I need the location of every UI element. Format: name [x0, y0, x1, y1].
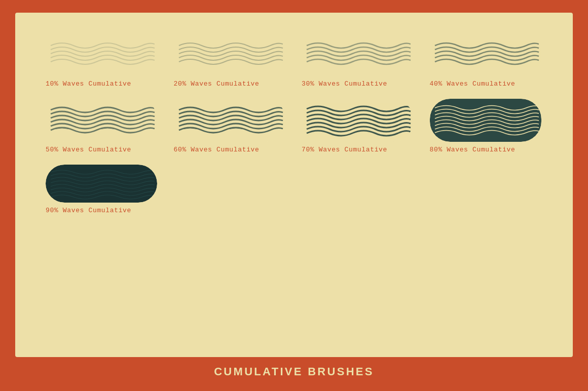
brush-preview-20	[174, 33, 285, 76]
svg-rect-6	[302, 99, 413, 142]
brush-preview-40	[430, 33, 541, 76]
brush-item-30: 30% Waves Cumulative	[302, 33, 415, 88]
brush-item-90: 90% Waves Cumulative	[46, 165, 157, 214]
brush-label-40: 40% Waves Cumulative	[430, 80, 516, 88]
footer-title: CUMULATIVE BRUSHES	[214, 365, 374, 378]
brush-grid-row2: 50% Waves Cumulative 60% Waves Cumul	[46, 99, 542, 153]
brush-preview-70	[302, 99, 413, 142]
brush-preview-30	[302, 33, 413, 76]
brush-item-70: 70% Waves Cumulative	[302, 99, 415, 153]
brush-item-60: 60% Waves Cumulative	[174, 99, 287, 153]
brush-item-40: 40% Waves Cumulative	[430, 33, 543, 88]
brush-label-50: 50% Waves Cumulative	[46, 146, 131, 153]
brush-label-20: 20% Waves Cumulative	[174, 80, 260, 88]
brush-item-50: 50% Waves Cumulative	[46, 99, 159, 153]
brush-preview-50	[46, 99, 157, 142]
brush-grid-row1: 10% Waves Cumulative 20% Waves Cumulativ…	[46, 33, 542, 88]
brush-preview-90	[46, 165, 157, 203]
brush-preview-10	[46, 33, 157, 76]
brush-label-80: 80% Waves Cumulative	[430, 146, 516, 153]
brush-item-80: 80% Waves Cumulative	[430, 99, 543, 153]
brush-label-60: 60% Waves Cumulative	[174, 146, 260, 153]
brush-preview-80	[430, 99, 541, 142]
brush-label-90: 90% Waves Cumulative	[46, 207, 131, 214]
canvas: 10% Waves Cumulative 20% Waves Cumulativ…	[15, 13, 573, 357]
brush-item-20: 20% Waves Cumulative	[174, 33, 287, 88]
brush-label-10: 10% Waves Cumulative	[46, 80, 131, 88]
brush-preview-60	[174, 99, 285, 142]
brush-item-10: 10% Waves Cumulative	[46, 33, 159, 88]
brush-grid-row3: 90% Waves Cumulative	[46, 165, 542, 214]
brush-label-30: 30% Waves Cumulative	[302, 80, 387, 88]
brush-label-70: 70% Waves Cumulative	[302, 146, 387, 153]
